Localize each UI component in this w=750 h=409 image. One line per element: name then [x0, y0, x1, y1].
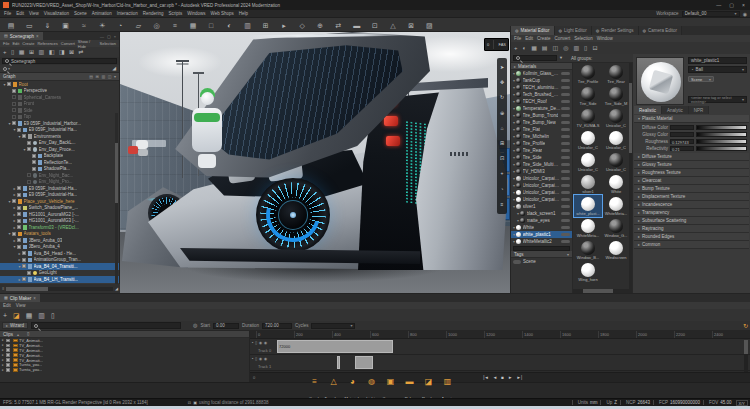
- step-back-button[interactable]: ◄: [493, 375, 497, 380]
- material-list-item[interactable]: ▾ Unicolor_Carpaint_wh: [511, 189, 572, 196]
- scenegraph-menu-item[interactable]: Edit: [12, 41, 19, 46]
- close-button[interactable]: ×: [742, 2, 745, 8]
- material-section-header[interactable]: ▸Raytracing: [634, 225, 749, 233]
- shader-mode-tab[interactable]: NPR: [689, 106, 710, 114]
- clip-trash-icon[interactable]: ▯: [51, 312, 55, 319]
- material-list-item[interactable]: ▾ Tire_Bump_Trond: [511, 112, 572, 119]
- vtool-cursor-icon[interactable]: ➤: [500, 65, 504, 70]
- graph-opt5-icon[interactable]: ▾: [114, 74, 116, 79]
- scenegraph-node[interactable]: Env_Night_Pro...: [0, 179, 119, 186]
- material-menu-item[interactable]: Edit: [525, 36, 533, 41]
- mat-chart-icon[interactable]: ▥: [573, 45, 579, 51]
- material-section-header[interactable]: ▸Roughness Texture: [634, 169, 749, 177]
- scenegraph-menu-item[interactable]: File: [3, 41, 9, 46]
- editor-tab[interactable]: ◍Camera Editor: [639, 26, 683, 35]
- timeline-target-icon[interactable]: ◎: [193, 323, 197, 328]
- material-search[interactable]: [513, 55, 557, 61]
- graph-opt1-icon[interactable]: ▤: [89, 74, 93, 79]
- material-section-header[interactable]: ▸Subsurface Scattering: [634, 217, 749, 225]
- timeline-ruler[interactable]: 0200400600800100012001400160018002000220…: [250, 331, 750, 339]
- timeline-track[interactable]: ▪▯◉◉ Track 1: [250, 355, 750, 371]
- scenegraph-vscrollbar[interactable]: [115, 143, 118, 203]
- clip-maker-tab[interactable]: ▦Clip Maker×: [0, 294, 40, 302]
- play-button[interactable]: ►: [508, 375, 512, 380]
- material-menu-item[interactable]: File: [514, 36, 521, 41]
- panel-min-icon[interactable]: —: [100, 34, 104, 39]
- material-menu-item[interactable]: Selection: [574, 36, 593, 41]
- clip-brush-icon[interactable]: ◪: [13, 312, 20, 319]
- panel-float-icon[interactable]: ▢: [107, 34, 111, 39]
- scenegraph-menu-item[interactable]: References: [37, 41, 57, 46]
- material-thumbnail[interactable]: white_plast...: [574, 195, 602, 217]
- material-thumbnail[interactable]: Unicolor_C: [602, 107, 630, 129]
- vtool-orbit-icon[interactable]: ↻: [500, 95, 504, 100]
- material-list-item[interactable]: ▾ Temperature_Decal: [511, 105, 572, 112]
- cycles-select[interactable]: ▾: [311, 323, 355, 329]
- material-menu-item[interactable]: Create: [537, 36, 551, 41]
- clip-film-icon[interactable]: ▦: [26, 312, 33, 319]
- timeline-clip-block[interactable]: [337, 356, 340, 369]
- filter-edit-icon[interactable]: ◢: [112, 66, 116, 71]
- panel-close-icon[interactable]: ×: [114, 34, 116, 39]
- material-thumbnail[interactable]: Wing_horn: [574, 261, 602, 283]
- clips-trash-icon[interactable]: ▯: [27, 332, 29, 337]
- scenegraph-node[interactable]: Top: [0, 114, 119, 121]
- scenegraph-tab[interactable]: ▤Scenegraph×: [0, 32, 43, 40]
- material-list-item[interactable]: ▾ Tire_Side: [511, 154, 572, 161]
- field-slider[interactable]: [696, 125, 747, 130]
- status-field[interactable]: NCP26643▾: [617, 400, 650, 405]
- material-thumbnail[interactable]: WhiteMeta...: [574, 217, 602, 239]
- field-slider[interactable]: [696, 139, 747, 144]
- sg-convert-icon[interactable]: ▥: [39, 49, 45, 55]
- mat-trash-icon[interactable]: ▯: [584, 45, 587, 51]
- clip-menu-item[interactable]: Edit: [3, 303, 11, 308]
- material-section-header[interactable]: ▸Displacement Texture: [634, 193, 749, 201]
- mat-settings-icon[interactable]: ⊡: [592, 45, 597, 51]
- material-list-item[interactable]: ▾ WhiteMetallic2: [511, 238, 572, 245]
- vtool-frame-icon[interactable]: ⊞: [500, 141, 504, 146]
- minimize-button[interactable]: —: [716, 2, 721, 8]
- viewport-side-toolbar[interactable]: ➤ ✥ ↻ ⊕ ⌂ ⊞ ⊡ + ◔ ≡: [497, 58, 507, 214]
- material-thumbnail[interactable]: Tire_Rear: [602, 63, 630, 85]
- go-start-button[interactable]: |◄: [483, 375, 489, 380]
- material-list-item[interactable]: ▾ White: [511, 224, 572, 231]
- timeline-clip-block[interactable]: 72000: [277, 340, 393, 353]
- sg-clone-icon[interactable]: ⊞: [29, 49, 34, 55]
- scenegraph-menu-item[interactable]: Show / Hide: [78, 39, 97, 49]
- material-list-item[interactable]: ▾ white_plastic1: [511, 231, 572, 238]
- material-preview[interactable]: [636, 57, 684, 105]
- material-list-item[interactable]: ▾ black_screen1: [511, 210, 572, 217]
- field-slider[interactable]: [696, 146, 747, 151]
- status-field[interactable]: Unitsmm▾: [569, 400, 598, 405]
- sg-hide-icon[interactable]: ◨: [59, 49, 65, 55]
- material-thumbnail[interactable]: Unicolor_C: [574, 151, 602, 173]
- maximize-button[interactable]: ▢: [729, 2, 734, 8]
- graph-opt4-icon[interactable]: ◫: [108, 74, 112, 79]
- mat-assign-icon[interactable]: ◫: [552, 45, 558, 51]
- material-thumbnail[interactable]: WhiteMeta...: [602, 195, 630, 217]
- editor-tab[interactable]: ◍Render Settings: [592, 26, 639, 35]
- material-name-field[interactable]: white_plastic1: [688, 57, 747, 64]
- material-list-item[interactable]: ▾ Tire_Flat: [511, 126, 572, 133]
- material-thumbnail[interactable]: Unicolor_C: [602, 129, 630, 151]
- material-list-item[interactable]: ▾ silver1: [511, 203, 572, 210]
- clip-add-icon[interactable]: +: [3, 312, 7, 319]
- plastic-section-header[interactable]: Plastic Material: [642, 116, 673, 121]
- material-thumbnail[interactable]: Windscreen: [602, 239, 630, 261]
- scenegraph-search[interactable]: Scenegraph: [2, 58, 117, 64]
- clip-refresh-icon[interactable]: ↻: [743, 323, 748, 329]
- workspace-select[interactable]: Default_00▾: [682, 11, 740, 17]
- material-section-header[interactable]: ▸Bump Texture: [634, 185, 749, 193]
- clip-menu-item[interactable]: View: [16, 303, 26, 308]
- graph-opt3-icon[interactable]: ▥: [101, 74, 105, 79]
- material-menu-item[interactable]: Window: [597, 36, 613, 41]
- sg-select-icon[interactable]: ⊠: [69, 49, 74, 55]
- sg-delete-icon[interactable]: ▯: [11, 49, 14, 55]
- preview-geo-select[interactable]: ◔Ball▾: [688, 66, 747, 73]
- material-list-item[interactable]: ▾ Kollmin_Glass_Red: [511, 70, 572, 77]
- material-section-header[interactable]: ▸Common: [634, 241, 749, 249]
- mat-sphere-icon[interactable]: ◐: [523, 45, 527, 51]
- graph-opt2-icon[interactable]: ⊞: [96, 74, 99, 79]
- shader-mode-tab[interactable]: Analytic: [662, 106, 689, 114]
- timeline-track[interactable]: ▪▯◉◉ Track 0 72000: [250, 339, 750, 355]
